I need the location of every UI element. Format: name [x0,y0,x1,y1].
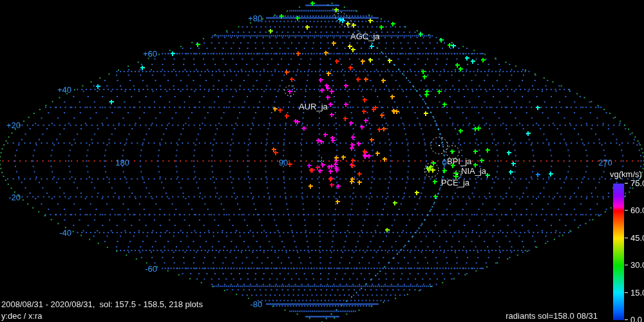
colorbar-tick: 75.0 [625,178,644,188]
footer-period: 2008/08/31 - 2020/08/31, sol: 157.5 - 15… [1,299,203,309]
colorbar-tick-label: 30.0 [630,260,644,270]
colorbar-tick-dash [625,292,628,293]
colorbar-tick-dash [625,183,628,184]
radiant-map-window: +80+60+40+20-20-40-60-80180900270AGC_jaA… [0,0,644,322]
colorbar-tick: 60.0 [625,205,644,215]
colorbar-gradient [613,184,624,320]
colorbar-tick: 30.0 [625,260,644,270]
colorbar-tick: 15.0 [625,288,644,298]
colorbar-tick-label: 15.0 [630,288,644,298]
footer-status: radiants sol=158.0 08/31 [506,311,598,321]
sky-map-canvas[interactable] [0,0,644,322]
colorbar-title: vg(km/s) [610,169,642,179]
colorbar-tick-dash [625,210,628,211]
colorbar-tick-label: 75.0 [630,178,644,188]
colorbar-tick: 45.0 [625,233,644,243]
colorbar-tick: 0.0 [625,315,642,322]
colorbar-tick-label: 60.0 [630,205,644,215]
colorbar-tick-label: 45.0 [630,233,644,243]
colorbar-tick-dash [625,265,628,265]
footer-axes-label: y:dec / x:ra [1,311,43,321]
colorbar-tick-dash [625,238,628,238]
colorbar-tick-dash [625,319,628,320]
colorbar-tick-label: 0.0 [630,315,642,322]
